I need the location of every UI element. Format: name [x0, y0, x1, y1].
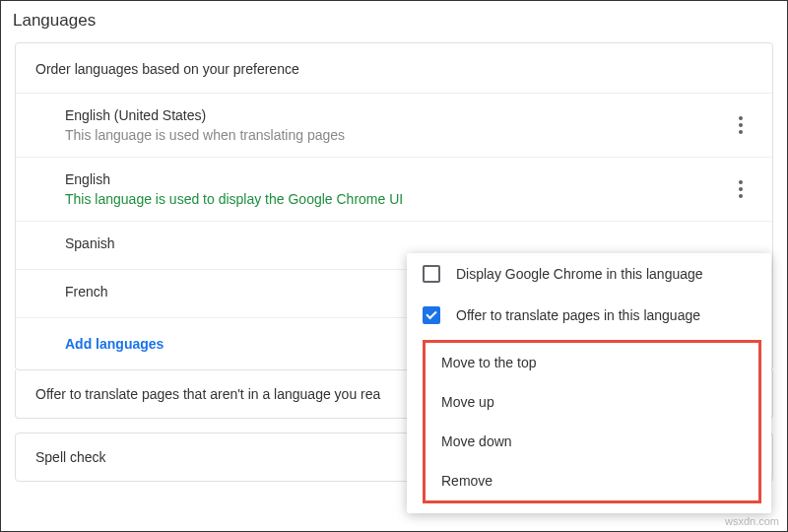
lang-row-en-us[interactable]: English (United States) This language is…	[16, 93, 772, 157]
language-options-popup: Display Google Chrome in this language O…	[407, 253, 771, 513]
lang-sub: This language is used to display the Goo…	[65, 191, 729, 207]
lang-info: English This language is used to display…	[65, 171, 729, 207]
lang-name: Spanish	[65, 235, 753, 251]
menu-move-top[interactable]: Move to the top	[426, 343, 758, 382]
menu-remove[interactable]: Remove	[426, 461, 758, 500]
offer-translate-checkbox-row[interactable]: Offer to translate pages in this languag…	[407, 295, 771, 336]
order-label: Order languages based on your preference	[16, 43, 772, 93]
lang-name: English (United States)	[65, 107, 729, 123]
highlighted-menu-box: Move to the top Move up Move down Remove	[423, 340, 761, 503]
lang-info: English (United States) This language is…	[65, 107, 729, 143]
lang-name: English	[65, 171, 729, 187]
page-title: Languages	[1, 1, 787, 42]
more-actions-icon[interactable]	[729, 177, 753, 201]
checkbox-label: Offer to translate pages in this languag…	[456, 307, 700, 323]
lang-sub: This language is used when translating p…	[65, 127, 729, 143]
menu-move-up[interactable]: Move up	[426, 382, 758, 422]
display-chrome-checkbox-row[interactable]: Display Google Chrome in this language	[407, 253, 771, 295]
watermark: wsxdn.com	[725, 515, 779, 527]
more-actions-icon[interactable]	[729, 113, 753, 137]
menu-move-down[interactable]: Move down	[426, 422, 758, 461]
checkbox-label: Display Google Chrome in this language	[456, 266, 703, 282]
checkbox-checked-icon[interactable]	[423, 306, 440, 324]
checkbox-unchecked-icon[interactable]	[423, 265, 440, 283]
lang-info: Spanish	[65, 235, 753, 255]
lang-row-en[interactable]: English This language is used to display…	[16, 157, 772, 221]
